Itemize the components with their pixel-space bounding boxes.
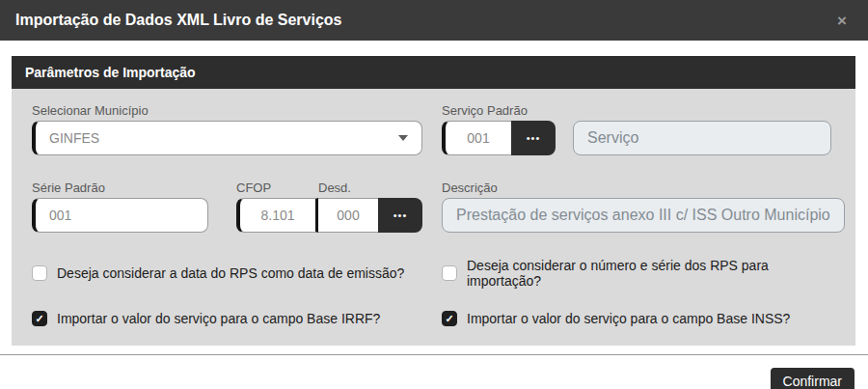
desd-input[interactable] — [318, 198, 378, 233]
descricao-readonly-field: Prestação de serviços anexo III c/ ISS O… — [442, 198, 845, 233]
desd-lookup-button[interactable]: ••• — [378, 198, 422, 233]
ellipsis-icon: ••• — [393, 209, 408, 221]
serie-padrao-input[interactable] — [32, 198, 208, 233]
descricao-label: Descrição — [442, 181, 845, 195]
checkmark-icon: ✓ — [445, 314, 453, 324]
checkbox-row-2: ✓ Importar o valor do serviço para o cam… — [32, 311, 831, 326]
servico-padrao-group: Serviço Padrão ••• — [442, 103, 556, 155]
checkbox-label: Importar o valor do serviço para o campo… — [467, 311, 790, 326]
checkbox-icon[interactable]: ✓ — [442, 311, 457, 326]
municipio-label: Selecionar Município — [32, 103, 422, 118]
import-parameters-panel: Parâmetros de Importação Selecionar Muni… — [12, 56, 855, 346]
checkbox-base-inss[interactable]: ✓ Importar o valor do serviço para o cam… — [442, 311, 831, 326]
form-row-1: Selecionar Município GINFES Serviço Padr… — [32, 103, 831, 155]
checkbox-icon[interactable]: ✓ — [32, 265, 47, 281]
cfop-desd-group: CFOP Desd. ••• — [236, 181, 422, 233]
serie-padrao-field-group: Série Padrão — [32, 181, 208, 233]
checkbox-icon[interactable]: ✓ — [442, 265, 457, 281]
serie-padrao-label: Série Padrão — [32, 181, 208, 195]
municipio-selected-value: GINFES — [49, 130, 99, 146]
chevron-down-icon — [398, 135, 408, 141]
panel-header: Parâmetros de Importação — [12, 56, 855, 89]
cfop-field-group: CFOP — [236, 181, 318, 233]
descricao-value: Prestação de serviços anexo III c/ ISS O… — [456, 207, 830, 224]
servico-padrao-lookup-button[interactable]: ••• — [511, 121, 556, 155]
serie-cfop-group: Série Padrão CFOP Desd. ••• — [32, 181, 422, 233]
servico-padrao-label: Serviço Padrão — [442, 103, 556, 118]
checkmark-icon: ✓ — [35, 314, 43, 324]
checkbox-label: Deseja considerar a data do RPS como dat… — [57, 265, 404, 281]
desd-field-group: Desd. — [318, 181, 378, 233]
servico-readonly-field: Serviço — [573, 121, 831, 155]
servico-padrao-input[interactable] — [442, 121, 511, 155]
form-row-2: Série Padrão CFOP Desd. ••• — [32, 181, 831, 233]
servico-placeholder-text: Serviço — [587, 129, 638, 147]
checkbox-rps-numero-serie[interactable]: ✓ Deseja considerar o número e série dos… — [442, 258, 831, 289]
checkbox-label: Deseja considerar o número e série dos R… — [467, 258, 831, 289]
modal-title: Importação de Dados XML Livro de Serviço… — [15, 12, 341, 29]
desd-lookup-wrap: ••• — [378, 181, 422, 233]
modal-footer: Confirmar — [0, 355, 868, 389]
desd-label: Desd. — [318, 181, 378, 195]
municipio-field-group: Selecionar Município GINFES — [32, 103, 422, 155]
municipio-select[interactable]: GINFES — [32, 121, 422, 155]
panel-body: Selecionar Município GINFES Serviço Padr… — [12, 89, 855, 346]
descricao-field-group: Descrição Prestação de serviços anexo II… — [442, 181, 845, 233]
modal-titlebar: Importação de Dados XML Livro de Serviço… — [0, 0, 868, 41]
cfop-label: CFOP — [236, 181, 318, 195]
checkbox-icon[interactable]: ✓ — [32, 311, 47, 326]
checkbox-base-irrf[interactable]: ✓ Importar o valor do serviço para o cam… — [32, 311, 422, 326]
checkbox-label: Importar o valor do serviço para o campo… — [57, 311, 380, 326]
close-icon[interactable]: × — [831, 11, 853, 31]
servico-padrao-lookup-group: ••• — [442, 121, 556, 155]
checkbox-row-1: ✓ Deseja considerar a data do RPS como d… — [32, 258, 831, 289]
cfop-input[interactable] — [236, 198, 318, 233]
checkbox-rps-data-emissao[interactable]: ✓ Deseja considerar a data do RPS como d… — [32, 265, 422, 281]
servico-field-group: Serviço Padrão ••• Serviço — [442, 103, 831, 155]
ellipsis-icon: ••• — [527, 132, 541, 144]
confirm-button[interactable]: Confirmar — [771, 368, 854, 389]
